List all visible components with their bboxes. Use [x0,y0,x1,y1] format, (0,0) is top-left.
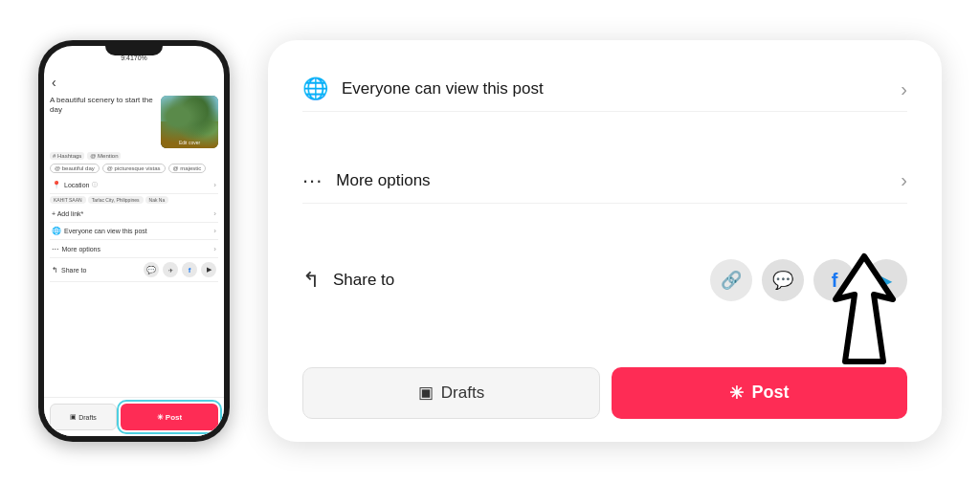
location-chips: KAHIT SAAN Tarlac City, Philippines Nak … [50,196,218,204]
add-link-row[interactable]: + Add link* › [50,206,218,223]
drafts-icon-large: ▣ [418,383,434,403]
more-options-chevron-large: › [901,169,907,191]
everyone-view-text: Everyone can view this post [342,79,544,99]
post-label-small: Post [166,413,182,422]
more-options-text: More options [336,171,430,190]
hashtag-mention-row: # Hashtags @ Mention [50,152,218,160]
drafts-button-small[interactable]: ▣ Drafts [50,404,117,430]
add-link-label: + Add link* [52,210,83,217]
link-icon: 🔗 [721,270,742,291]
main-container: 9:41 70% ‹ A beautiful scenery to start … [0,0,980,482]
more-options-chevron: › [213,245,216,253]
globe-icon-small: 🌐 [52,227,61,235]
tag-1: @ beautiful day [50,164,100,173]
bottom-buttons-left: ▣ Drafts ✳ Post [44,397,224,436]
notch-area: 9:41 70% [44,46,224,69]
add-link-chevron: › [213,209,216,218]
tags-row: @ beautiful day @ picturesque vistas @ m… [50,164,218,173]
more-options-row[interactable]: ··· More options › [50,240,218,258]
post-icon-large: ✳ [729,383,744,404]
back-button[interactable]: ‹ [50,75,218,90]
chip-3: Nak Na [145,196,169,204]
phone-content: ‹ A beautiful scenery to start the day E… [44,69,224,397]
post-button-small[interactable]: ✳ Post [121,404,218,430]
facebook-icon-circle[interactable]: f [813,259,856,301]
everyone-view-chevron-large: › [901,78,907,100]
location-chevron: › [213,181,216,189]
location-icon: 📍 [52,181,61,189]
whatsapp-icon-small: 💬 [144,262,159,277]
drafts-icon-small: ▣ [70,413,77,421]
bottom-panel: ▣ Drafts ✳ Post [302,367,907,419]
globe-icon-large: 🌐 [302,77,328,101]
link-icon-circle[interactable]: 🔗 [710,259,752,301]
share-to-label-small: Share to [61,267,86,274]
panel-more-options[interactable]: ··· More options › [302,159,907,204]
share-icons-small: 💬 ✈ f ▶ [144,262,216,277]
share-icon-large: ↰ [302,268,320,293]
tag-3: @ majestic [168,164,207,173]
messenger-icon-circle[interactable]: 💬 [762,259,804,301]
drafts-label-large: Drafts [441,383,484,403]
phone-mockup-left: 9:41 70% ‹ A beautiful scenery to start … [38,40,230,442]
post-icon-small: ✳ [157,413,164,422]
more-icon-small: ··· [52,244,59,253]
messenger-icon-small: ✈ [163,262,178,277]
messenger-icon: 💬 [772,270,793,291]
more-icon-large: ··· [302,168,323,193]
panel-right: 🌐 Everyone can view this post › ··· More… [268,40,942,442]
mention-button[interactable]: @ Mention [87,152,121,160]
everyone-view-chevron: › [213,227,216,235]
telegram-icon: ▶ [880,272,892,290]
everyone-view-row[interactable]: 🌐 Everyone can view this post › [50,223,218,240]
chip-1: KAHIT SAAN [50,196,86,204]
more-options-label: More options [62,246,100,252]
panel-share-to[interactable]: ↰ Share to 🔗 💬 f ▶ [302,250,907,311]
location-info-icon: ⓘ [92,181,98,189]
facebook-icon: f [832,270,838,292]
telegram-icon-small: ▶ [201,262,216,277]
phone-screen-left: 9:41 70% ‹ A beautiful scenery to start … [44,46,224,436]
location-label: Location [64,182,89,188]
everyone-view-label: Everyone can view this post [64,228,147,234]
location-row[interactable]: 📍 Location ⓘ › [50,177,218,194]
hashtag-button[interactable]: # Hashtags [50,152,84,160]
share-icon-small: ↰ [52,266,58,274]
telegram-icon-circle[interactable]: ▶ [865,259,907,301]
social-icons-row: 🔗 💬 f ▶ [710,259,907,301]
facebook-icon-small: f [182,262,197,277]
drafts-button-large[interactable]: ▣ Drafts [302,367,600,419]
chip-2: Tarlac City, Philippines [88,196,144,204]
notch [105,46,163,55]
edit-cover-label[interactable]: Edit cover [161,140,218,145]
post-text: A beautiful scenery to start the day [50,96,157,116]
post-button-large[interactable]: ✳ Post [612,367,907,419]
drafts-label-small: Drafts [78,414,97,421]
share-to-row-small[interactable]: ↰ Share to 💬 ✈ f ▶ [50,258,218,282]
cover-image[interactable]: Edit cover [161,96,218,148]
tag-2: @ picturesque vistas [102,164,166,173]
panel-everyone-view[interactable]: 🌐 Everyone can view this post › [302,67,907,112]
share-to-label: Share to [333,271,697,290]
post-label-large: Post [751,383,789,403]
